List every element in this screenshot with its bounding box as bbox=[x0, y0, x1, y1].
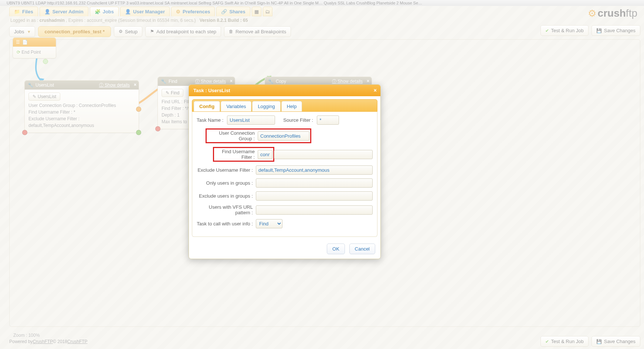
row-task: Task to call with user info : Find bbox=[197, 219, 373, 228]
input-source-filter[interactable] bbox=[317, 115, 339, 125]
select-task[interactable]: Find bbox=[256, 219, 282, 228]
tab-config[interactable]: Config bbox=[194, 101, 220, 111]
input-task-name[interactable] bbox=[227, 115, 275, 125]
tab-logging[interactable]: Logging bbox=[252, 101, 280, 111]
label-task: Task to call with user info : bbox=[197, 221, 256, 226]
input-vfs[interactable] bbox=[256, 205, 373, 215]
row-vfs: Users with VFS URL pattern : bbox=[197, 204, 373, 215]
highlight-ucg: User Connection Group : bbox=[206, 128, 311, 143]
task-modal: Task : UsersList × Config Variables Logg… bbox=[189, 84, 381, 259]
row-eug: Exclude users in groups : bbox=[197, 191, 373, 201]
label-oug: Only users in groups : bbox=[197, 180, 256, 186]
tab-variables[interactable]: Variables bbox=[221, 101, 251, 111]
row-ucg: User Connection Group : bbox=[197, 128, 373, 143]
input-euf[interactable] bbox=[256, 165, 373, 175]
modal-body: Task Name : Source Filter : User Connect… bbox=[192, 112, 377, 237]
input-ucg[interactable] bbox=[258, 131, 309, 141]
row-taskname: Task Name : Source Filter : bbox=[197, 115, 373, 125]
label-eug: Exclude users in groups : bbox=[197, 193, 256, 199]
highlight-fuf: Find Username Filter : bbox=[213, 147, 274, 162]
label-vfs: Users with VFS URL pattern : bbox=[197, 204, 256, 215]
ok-button[interactable]: OK bbox=[327, 244, 345, 254]
label-euf: Exclude Username Filter : bbox=[197, 167, 256, 173]
modal-tabbar: Config Variables Logging Help bbox=[192, 99, 377, 112]
input-fuf-ext[interactable] bbox=[274, 150, 373, 159]
input-fuf[interactable] bbox=[258, 150, 272, 159]
label-source-filter: Source Filter : bbox=[283, 117, 315, 123]
input-oug[interactable] bbox=[256, 178, 373, 188]
row-oug: Only users in groups : bbox=[197, 178, 373, 188]
row-euf: Exclude Username Filter : bbox=[197, 165, 373, 175]
input-eug[interactable] bbox=[256, 191, 373, 201]
modal-close-icon[interactable]: × bbox=[374, 87, 377, 93]
modal-header[interactable]: Task : UsersList × bbox=[189, 85, 380, 96]
cancel-button[interactable]: Cancel bbox=[349, 244, 375, 254]
row-fuf: Find Username Filter : bbox=[197, 147, 373, 162]
modal-actions: OK Cancel bbox=[189, 240, 380, 259]
modal-title: Task : UsersList bbox=[193, 88, 230, 93]
tab-help[interactable]: Help bbox=[281, 101, 302, 111]
label-task-name: Task Name : bbox=[197, 117, 226, 123]
label-fuf: Find Username Filter : bbox=[215, 149, 258, 160]
label-ucg: User Connection Group : bbox=[207, 130, 258, 141]
